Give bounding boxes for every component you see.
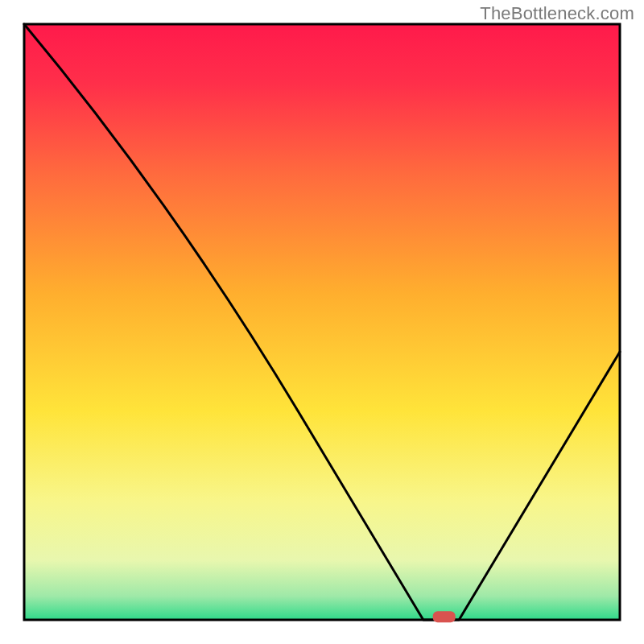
chart-container: TheBottleneck.com — [0, 0, 644, 644]
plot-background — [24, 24, 620, 620]
optimal-marker — [433, 611, 456, 622]
bottleneck-chart — [0, 0, 644, 644]
watermark-text: TheBottleneck.com — [480, 3, 634, 24]
